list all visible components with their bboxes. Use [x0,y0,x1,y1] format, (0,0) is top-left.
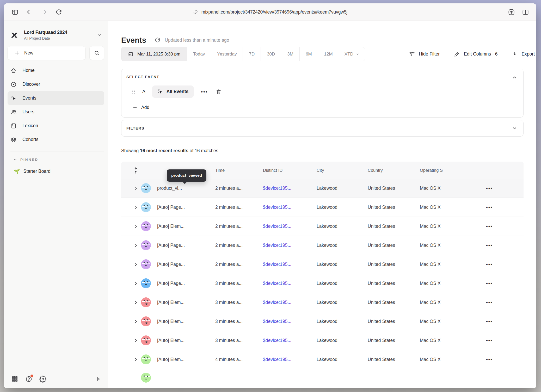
collapse-panel-icon[interactable] [512,75,517,80]
row-expand-chevron[interactable] [131,281,141,285]
row-actions-button[interactable]: ••• [478,357,524,362]
row-expand-chevron[interactable] [131,224,141,228]
row-expand-chevron[interactable] [131,358,141,362]
table-row[interactable]: [Auto] Elem...3 minutes a...$device:195.… [121,312,524,331]
table-row[interactable]: [Auto] Elem...3 minutes a...$device:195.… [121,331,524,350]
row-expand-chevron[interactable] [131,301,141,304]
help-icon[interactable] [25,376,32,383]
table-row[interactable]: [Auto] Elem...4 minutes a...$device:195.… [121,350,524,369]
row-actions-button[interactable]: ••• [478,223,524,229]
edit-columns-button[interactable]: Edit Columns · 6 [454,51,497,57]
table-row[interactable]: [Auto] Elem...3 minutes a...$device:195.… [121,293,524,312]
distinct-id-link[interactable]: $device:195... [263,338,317,343]
distinct-id-link[interactable]: $device:195... [263,224,317,229]
row-expand-chevron[interactable] [131,243,141,247]
column-header-time[interactable]: Time [215,168,263,173]
row-expand-chevron[interactable] [131,320,141,323]
preset-today[interactable]: Today [187,47,211,61]
row-expand-chevron[interactable] [131,262,141,266]
download-icon [512,51,518,57]
preset-12m[interactable]: 12M [318,47,339,61]
row-expand-chevron[interactable] [131,205,141,209]
preset-30d[interactable]: 30D [261,47,281,61]
preset-yesterday[interactable]: Yesterday [211,47,243,61]
country-cell: United States [368,262,420,267]
table-row[interactable]: [Auto] Elem...2 minutes a...$device:195.… [121,217,524,236]
refresh-results-icon[interactable] [155,37,161,43]
distinct-id-link[interactable]: $device:195... [263,262,317,267]
row-actions-button[interactable]: ••• [478,185,524,191]
column-header-country[interactable]: Country [368,168,420,173]
country-cell: United States [368,319,420,324]
sidebar-item-cohorts[interactable]: Cohorts [8,133,104,146]
row-actions-button[interactable]: ••• [478,204,524,210]
delete-event-icon[interactable] [216,89,222,95]
distinct-id-link[interactable]: $device:195... [263,319,317,324]
refresh-icon[interactable] [54,8,63,16]
country-cell: United States [368,205,420,210]
distinct-id-link[interactable]: $device:195... [263,300,317,305]
preset-3m[interactable]: 3M [281,47,300,61]
row-actions-button[interactable]: ••• [478,318,524,324]
table-row[interactable]: [Auto] Page...2 minutes a...$device:195.… [121,198,524,217]
back-icon[interactable] [25,8,34,16]
row-expand-chevron[interactable] [131,186,141,190]
project-switcher[interactable]: Lord Farquaad 2024 All Project Data [4,21,108,40]
event-selector-chip[interactable]: All Events [152,85,194,98]
sidebar-item-lexicon[interactable]: Lexicon [8,119,104,133]
distinct-id-link[interactable]: $device:195... [263,205,317,210]
expand-panel-icon[interactable] [512,126,517,131]
apps-grid-icon[interactable] [11,376,18,382]
sidebar-item-discover[interactable]: Discover [8,77,104,91]
new-button[interactable]: New [8,46,85,60]
url-bar[interactable]: mixpanel.com/project/3472420/view/397469… [193,9,348,15]
preset-xtd[interactable]: XTD [339,47,365,61]
export-button[interactable]: Export [512,51,535,57]
row-actions-button[interactable]: ••• [478,338,524,343]
distinct-id-link[interactable]: $device:195... [263,281,317,286]
sidebar-toggle-icon[interactable] [11,8,19,16]
event-query-row: A All Events ••• [132,85,523,98]
distinct-id-link[interactable]: $device:195... [263,243,317,248]
chevron-down-icon [97,33,102,37]
table-row-partial[interactable] [121,369,524,388]
notification-dot [30,375,33,377]
column-header-city[interactable]: City [317,168,368,173]
select-event-panel: SELECT EVENT A All Events ••• [121,69,524,118]
column-header-operating-s[interactable]: Operating S [420,168,478,173]
sidebar-item-events[interactable]: Events [8,91,104,105]
sidebar-item-home[interactable]: Home [8,64,104,77]
date-picker-button[interactable]: Mar 11, 2025 3:30 pm [121,47,187,61]
table-row[interactable]: [Auto] Page...3 minutes a...$device:195.… [121,274,524,293]
add-event-button[interactable]: Add [132,105,161,110]
table-row[interactable]: [Auto] Page...2 minutes a...$device:195.… [121,236,524,255]
split-view-icon[interactable] [521,8,530,16]
forward-icon[interactable] [40,8,48,16]
drag-handle-icon[interactable] [132,89,135,94]
sidebar-item-users[interactable]: Users [8,105,104,119]
preset-6m[interactable]: 6M [300,47,318,61]
cohorts-icon [10,137,17,143]
page-settings-icon[interactable] [507,8,515,16]
sidebar-item-starter-board[interactable]: 🌱 Starter Board [14,169,108,174]
search-button[interactable] [89,46,104,60]
row-expand-chevron[interactable] [131,339,141,342]
row-actions-button[interactable]: ••• [478,261,524,267]
row-actions-button[interactable]: ••• [478,242,524,248]
row-actions-button[interactable]: ••• [478,299,524,305]
hide-filter-button[interactable]: Hide Filter [409,51,440,57]
column-header-distinct-id[interactable]: Distinct ID [263,168,317,173]
row-actions-button[interactable]: ••• [478,280,524,286]
collapse-sidebar-icon[interactable] [96,376,102,382]
distinct-id-link[interactable]: $device:195... [263,357,317,362]
settings-gear-icon[interactable] [39,376,46,383]
event-more-options-icon[interactable]: ••• [201,89,208,95]
pinned-section-header[interactable]: PINNED [14,158,108,162]
xtd-label: XTD [345,52,353,57]
table-row[interactable]: [Auto] Page...2 minutes a...$device:195.… [121,255,524,274]
preset-7d[interactable]: 7D [243,47,261,61]
distinct-id-link[interactable]: $device:195... [263,186,317,191]
expand-all-rows-icon[interactable] [131,166,141,174]
url-text: mixpanel.com/project/3472420/view/397469… [201,9,348,15]
time-cell: 4 minutes a... [215,357,263,362]
